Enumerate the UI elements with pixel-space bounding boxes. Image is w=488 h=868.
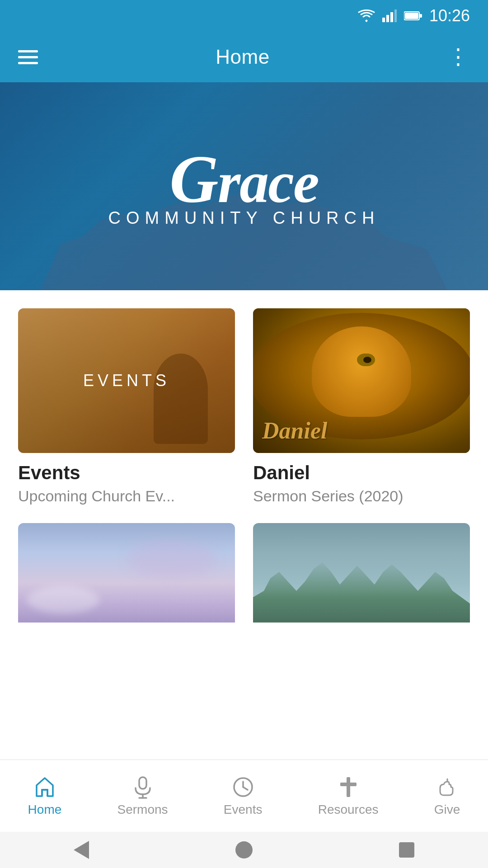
svg-rect-5 (405, 13, 418, 19)
svg-rect-7 (139, 777, 146, 789)
svg-rect-6 (419, 14, 422, 18)
status-icons: 10:26 (358, 6, 470, 25)
give-hand-icon (436, 775, 459, 799)
events-image-bg: EVENTS (18, 308, 235, 453)
mic-icon (131, 775, 155, 799)
status-bar: 10:26 (0, 0, 488, 32)
nav-item-give[interactable]: Give (425, 771, 469, 821)
home-icon (33, 775, 56, 799)
daniel-card-title: Daniel (253, 462, 470, 484)
lion-face (312, 326, 411, 417)
android-back-button[interactable] (70, 839, 93, 861)
daniel-card-subtitle: Sermon Series (2020) (253, 487, 470, 505)
svg-rect-1 (386, 15, 389, 22)
church-name-large: Grace (108, 145, 380, 213)
nav-label-resources: Resources (318, 802, 379, 817)
hero-banner: Grace COMMUNITY CHURCH (0, 82, 488, 290)
nav-item-resources[interactable]: Resources (309, 771, 388, 821)
app-bar: Home ⋮ (0, 32, 488, 82)
battery-icon (404, 10, 422, 21)
android-home-button[interactable] (233, 839, 255, 861)
page-title: Home (216, 46, 269, 68)
nav-item-home[interactable]: Home (19, 771, 71, 821)
svg-rect-14 (340, 783, 357, 786)
nav-label-events: Events (224, 802, 263, 817)
sky-image (18, 523, 235, 623)
nav-item-events[interactable]: Events (215, 771, 272, 821)
forest-image (253, 523, 470, 623)
more-options-button[interactable]: ⋮ (447, 46, 470, 68)
daniel-card-image: Daniel (253, 308, 470, 453)
church-name-sub: COMMUNITY CHURCH (108, 208, 380, 228)
cards-grid: EVENTS Events Upcoming Church Ev... Dani… (18, 308, 470, 623)
nav-item-sermons[interactable]: Sermons (108, 771, 177, 821)
nav-label-sermons: Sermons (117, 802, 168, 817)
events-card-subtitle: Upcoming Church Ev... (18, 487, 235, 505)
wifi-icon (358, 9, 375, 22)
nav-label-give: Give (434, 802, 460, 817)
events-card[interactable]: EVENTS Events Upcoming Church Ev... (18, 308, 235, 505)
svg-rect-0 (382, 18, 385, 22)
events-card-image: EVENTS (18, 308, 235, 453)
card3[interactable] (18, 523, 235, 623)
svg-line-12 (243, 787, 248, 790)
signal-icon (382, 9, 397, 22)
status-time: 10:26 (429, 6, 470, 25)
android-nav-bar (0, 832, 488, 868)
cross-icon (337, 775, 360, 799)
events-image-label: EVENTS (83, 371, 170, 390)
tree-row (253, 559, 470, 623)
daniel-image-label: Daniel (262, 417, 327, 444)
android-recent-button[interactable] (395, 839, 418, 861)
clock-icon (231, 775, 255, 799)
events-figure (154, 354, 208, 444)
recent-square-icon (399, 842, 414, 858)
nav-label-home: Home (28, 802, 62, 817)
home-circle-icon (235, 841, 253, 859)
daniel-image-bg: Daniel (253, 308, 470, 453)
svg-rect-13 (347, 777, 350, 797)
svg-rect-3 (394, 9, 397, 22)
lion-eye-right (359, 354, 375, 366)
bottom-navigation: Home Sermons Events Resources (0, 760, 488, 832)
back-triangle-icon (74, 841, 89, 859)
hamburger-menu-button[interactable] (18, 50, 38, 64)
svg-rect-2 (390, 12, 393, 22)
card4[interactable] (253, 523, 470, 623)
daniel-card[interactable]: Daniel Daniel Sermon Series (2020) (253, 308, 470, 505)
events-card-title: Events (18, 462, 235, 484)
church-logo: Grace COMMUNITY CHURCH (108, 145, 380, 228)
content-area: EVENTS Events Upcoming Church Ev... Dani… (0, 290, 488, 623)
